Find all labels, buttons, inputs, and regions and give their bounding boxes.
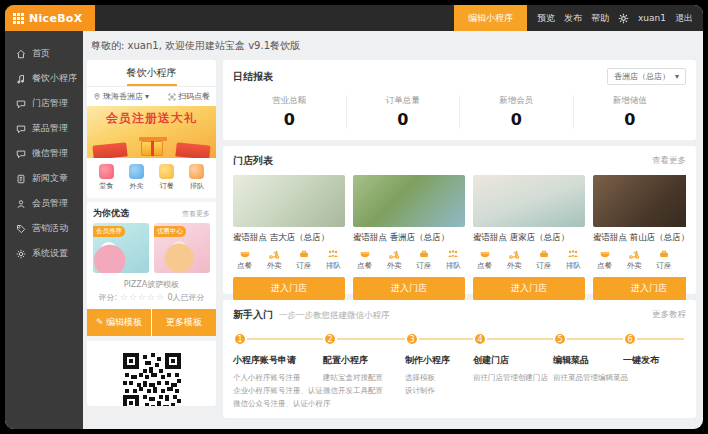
timeline-line [235,338,684,340]
guide-link[interactable]: 前往门店管理创建门店 [473,372,553,385]
guide-link[interactable]: 前往菜品管理编辑菜品 [553,372,623,385]
guide-link[interactable]: 建站宝盒对接配置 [323,372,405,385]
guide-link[interactable]: 微信公众号注册、认证小程序 [233,398,323,411]
preview-location-label: 珠海香洲店 [103,91,143,102]
guide-link[interactable]: 微信开发工具配置 [323,385,405,398]
store-action-order[interactable]: 点餐 [477,248,492,271]
enter-store-button[interactable]: 进入门店 [593,277,686,300]
store-photo [233,175,345,227]
promo-banner-title: 会员注册送大礼 [87,106,216,127]
edit-template-button[interactable]: ✎ 编辑模板 [87,309,151,336]
quick-action-label: 堂食 [99,181,113,191]
food-tag: 会员推荐 [93,226,125,237]
quick-action-label: 排队 [190,181,204,191]
quick-action-dine-in: 堂食 [99,164,114,191]
store-action-order[interactable]: 点餐 [357,248,372,271]
store-action-delivery[interactable]: 外卖 [507,248,522,271]
sidebar-item-marketing-activities[interactable]: 营销活动 [5,216,83,241]
store-action-delivery[interactable]: 外卖 [267,248,282,271]
guide-link[interactable]: 个人小程序账号注册 [233,372,323,385]
enter-store-button[interactable]: 进入门店 [233,277,345,300]
sidebar-item-label: 营销活动 [32,222,68,235]
store-action-delivery[interactable]: 外卖 [627,248,642,271]
store-action-reserve[interactable]: 订座 [416,248,431,271]
sidebar-item-label: 新闻文章 [32,172,68,185]
store-action-order[interactable]: 点餐 [597,248,612,271]
publish-link[interactable]: 发布 [564,12,582,25]
metric-new-members: 新增会员0 [460,95,574,129]
store-photo [353,175,465,227]
step-title: 配置小程序 [323,354,405,367]
people-icon [567,248,579,260]
topbar: NiceBoX 编辑小程序 预览 发布 帮助 xuan1 退出 [5,5,703,31]
queue-icon [189,164,204,179]
music-note-icon [16,74,26,84]
edit-pencil-icon: ✎ [96,317,106,327]
qr-scan-icon [168,93,176,101]
guide-link[interactable]: 设计制作 [405,385,473,398]
store-filter-select[interactable]: 香洲店（总店） ▾ [607,68,686,85]
sidebar-item-label: 会员管理 [32,197,68,210]
store-action-reserve[interactable]: 订座 [536,248,551,271]
store-card: 蜜语甜点 唐家店（总店） 点餐 外卖 订座 排队 进入门店 [473,175,585,300]
sidebar-item-home[interactable]: 首页 [5,41,83,66]
edit-mini-program-button[interactable]: 编辑小程序 [454,5,527,31]
store-action-reserve[interactable]: 订座 [656,248,671,271]
quick-action-label: 订餐 [160,181,174,191]
sidebar-item-label: 微信管理 [32,147,68,160]
enter-store-button[interactable]: 进入门店 [473,277,585,300]
store-action-queue[interactable]: 排队 [326,248,341,271]
sidebar-item-restaurant-miniprogram[interactable]: 餐饮小程序 [5,66,83,91]
preview-link[interactable]: 预览 [537,12,555,25]
location-pin-icon [93,92,101,101]
store-list-card: 门店列表 查看更多 蜜语甜点 吉大店（总店） 点餐 外卖 订座 [223,146,696,294]
step-number-badge: 2 [323,332,337,346]
quick-action-queue: 排队 [189,164,204,191]
logout-link[interactable]: 退出 [675,12,693,25]
username-menu[interactable]: xuan1 [638,13,666,23]
sidebar-item-system-settings[interactable]: 系统设置 [5,241,83,266]
logo-block[interactable]: NiceBoX [5,5,95,31]
help-link[interactable]: 帮助 [591,12,609,25]
store-action-queue[interactable]: 排队 [446,248,461,271]
food-tag: 优惠中心 [154,226,186,237]
gift-box-graphic [141,141,163,156]
getting-started-card: 新手入门一步一步教您搭建微信小程序 更多教程 1 小程序账号申请 个人小程序账号… [223,300,696,418]
chevron-down-icon: ▾ [675,72,679,81]
seat-icon [298,248,310,260]
template-name: PIZZA披萨模板 [87,273,216,290]
store-action-order[interactable]: 点餐 [237,248,252,271]
sidebar-item-store-management[interactable]: 门店管理 [5,91,83,116]
tag-icon [16,224,26,234]
preview-location: 珠海香洲店 ▾ [93,91,149,102]
sidebar-item-member-management[interactable]: 会员管理 [5,191,83,216]
store-list-more-link[interactable]: 查看更多 [652,155,686,167]
takeout-icon [129,164,144,179]
preview-scan-order-label: 扫码点餐 [178,91,210,102]
qr-section: 扫描二维码同步手机模板 [87,336,216,406]
enter-store-button[interactable]: 进入门店 [353,277,465,300]
bowl-icon [479,248,491,260]
guide-link[interactable]: 企业小程序账号注册、认证 [233,385,323,398]
store-action-queue[interactable]: 排队 [566,248,581,271]
store-action-reserve[interactable]: 订座 [296,248,311,271]
store-action-delivery[interactable]: 外卖 [387,248,402,271]
sidebar-item-news-articles[interactable]: 新闻文章 [5,166,83,191]
bowl-icon [359,248,371,260]
promo-banner: 会员注册送大礼 [87,106,216,158]
preview-tab-row: 餐饮小程序 [87,60,216,87]
sidebar-item-dish-management[interactable]: 菜品管理 [5,116,83,141]
sidebar-item-label: 门店管理 [32,97,68,110]
gear-icon[interactable] [618,13,629,24]
more-templates-button[interactable]: 更多模板 [152,309,216,336]
store-list-title: 门店列表 [233,154,273,168]
food-image: 会员推荐 [93,223,149,273]
guide-link[interactable]: 选择模板 [405,372,473,385]
store-name: 蜜语甜点 前山店（总店） [593,232,686,244]
scooter-icon [628,248,640,260]
sidebar-item-wechat-management[interactable]: 微信管理 [5,141,83,166]
rating-label: 评分: [98,293,117,302]
guide-more-link[interactable]: 更多教程 [652,309,686,321]
chat-bubble-icon [16,124,26,134]
edit-template-label: 编辑模板 [106,317,142,327]
